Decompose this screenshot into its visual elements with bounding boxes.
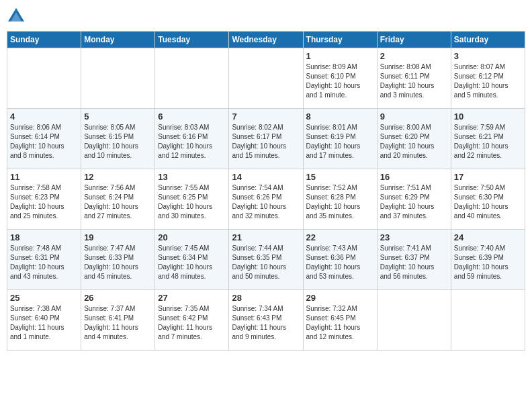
day-number: 5 [84,111,152,122]
calendar-cell-w4-d2: 27Sunrise: 7:35 AM Sunset: 6:42 PM Dayli… [155,290,229,351]
day-number: 25 [10,293,78,303]
day-number: 15 [306,172,374,182]
calendar-cell-w4-d0: 25Sunrise: 7:38 AM Sunset: 6:40 PM Dayli… [7,290,81,351]
calendar-cell-w1-d4: 8Sunrise: 8:01 AM Sunset: 6:19 PM Daylig… [303,109,377,169]
day-info: Sunrise: 7:55 AM Sunset: 6:25 PM Dayligh… [158,183,226,221]
day-info: Sunrise: 8:01 AM Sunset: 6:19 PM Dayligh… [306,123,374,161]
logo-icon [7,7,26,26]
calendar-cell-w3-d6: 24Sunrise: 7:40 AM Sunset: 6:39 PM Dayli… [451,230,525,290]
calendar-cell-w2-d2: 13Sunrise: 7:55 AM Sunset: 6:25 PM Dayli… [155,169,229,230]
calendar-table: SundayMondayTuesdayWednesdayThursdayFrid… [7,31,525,351]
day-number: 20 [158,232,226,242]
day-info: Sunrise: 7:52 AM Sunset: 6:28 PM Dayligh… [306,183,374,221]
calendar-cell-w1-d2: 6Sunrise: 8:03 AM Sunset: 6:16 PM Daylig… [155,109,229,169]
calendar-cell-w0-d4: 1Sunrise: 8:09 AM Sunset: 6:10 PM Daylig… [303,48,377,109]
day-number: 4 [10,111,78,122]
weekday-header-sunday: Sunday [7,32,81,48]
day-number: 29 [306,293,374,303]
day-info: Sunrise: 7:56 AM Sunset: 6:24 PM Dayligh… [84,183,152,221]
day-info: Sunrise: 8:06 AM Sunset: 6:14 PM Dayligh… [10,123,78,161]
calendar-cell-w1-d1: 5Sunrise: 8:05 AM Sunset: 6:15 PM Daylig… [81,109,155,169]
day-number: 14 [232,172,300,182]
calendar-cell-w0-d0 [7,48,81,109]
calendar-cell-w0-d6: 3Sunrise: 8:07 AM Sunset: 6:12 PM Daylig… [451,48,525,109]
day-info: Sunrise: 7:54 AM Sunset: 6:26 PM Dayligh… [232,183,300,221]
day-info: Sunrise: 7:38 AM Sunset: 6:40 PM Dayligh… [10,304,78,342]
day-number: 2 [380,51,448,61]
day-number: 21 [232,232,300,242]
day-number: 18 [10,232,78,242]
day-number: 24 [454,232,522,242]
day-number: 9 [380,111,448,122]
day-number: 27 [158,293,226,303]
day-number: 22 [306,232,374,242]
calendar-cell-w3-d2: 20Sunrise: 7:45 AM Sunset: 6:34 PM Dayli… [155,230,229,290]
day-number: 10 [454,111,522,122]
calendar-cell-w4-d5 [377,290,451,351]
calendar-cell-w2-d4: 15Sunrise: 7:52 AM Sunset: 6:28 PM Dayli… [303,169,377,230]
day-number: 26 [84,293,152,303]
calendar-cell-w3-d4: 22Sunrise: 7:43 AM Sunset: 6:36 PM Dayli… [303,230,377,290]
day-info: Sunrise: 8:05 AM Sunset: 6:15 PM Dayligh… [84,123,152,161]
calendar-cell-w4-d1: 26Sunrise: 7:37 AM Sunset: 6:41 PM Dayli… [81,290,155,351]
day-info: Sunrise: 7:50 AM Sunset: 6:30 PM Dayligh… [454,183,522,221]
day-info: Sunrise: 7:34 AM Sunset: 6:43 PM Dayligh… [232,304,300,342]
day-info: Sunrise: 7:51 AM Sunset: 6:29 PM Dayligh… [380,183,448,221]
day-info: Sunrise: 7:47 AM Sunset: 6:33 PM Dayligh… [84,244,152,281]
weekday-header-monday: Monday [81,32,155,48]
day-info: Sunrise: 8:07 AM Sunset: 6:12 PM Dayligh… [454,62,522,100]
weekday-header-saturday: Saturday [451,32,525,48]
day-number: 23 [380,232,448,242]
calendar-cell-w3-d3: 21Sunrise: 7:44 AM Sunset: 6:35 PM Dayli… [229,230,303,290]
calendar-cell-w0-d1 [81,48,155,109]
day-info: Sunrise: 8:02 AM Sunset: 6:17 PM Dayligh… [232,123,300,161]
calendar-cell-w0-d5: 2Sunrise: 8:08 AM Sunset: 6:11 PM Daylig… [377,48,451,109]
logo [7,7,27,26]
day-info: Sunrise: 7:40 AM Sunset: 6:39 PM Dayligh… [454,244,522,281]
day-info: Sunrise: 7:41 AM Sunset: 6:37 PM Dayligh… [380,244,448,281]
day-number: 1 [306,51,374,61]
day-info: Sunrise: 7:43 AM Sunset: 6:36 PM Dayligh… [306,244,374,281]
weekday-header-friday: Friday [377,32,451,48]
day-info: Sunrise: 7:37 AM Sunset: 6:41 PM Dayligh… [84,304,152,342]
day-info: Sunrise: 8:09 AM Sunset: 6:10 PM Dayligh… [306,62,374,100]
day-info: Sunrise: 7:48 AM Sunset: 6:31 PM Dayligh… [10,244,78,281]
day-info: Sunrise: 7:58 AM Sunset: 6:23 PM Dayligh… [10,183,78,221]
day-number: 6 [158,111,226,122]
calendar-cell-w2-d3: 14Sunrise: 7:54 AM Sunset: 6:26 PM Dayli… [229,169,303,230]
day-number: 8 [306,111,374,122]
weekday-header-tuesday: Tuesday [155,32,229,48]
day-info: Sunrise: 8:03 AM Sunset: 6:16 PM Dayligh… [158,123,226,161]
day-number: 11 [10,172,78,182]
day-number: 16 [380,172,448,182]
day-info: Sunrise: 8:08 AM Sunset: 6:11 PM Dayligh… [380,62,448,100]
day-number: 28 [232,293,300,303]
calendar-cell-w1-d5: 9Sunrise: 8:00 AM Sunset: 6:20 PM Daylig… [377,109,451,169]
calendar-cell-w1-d0: 4Sunrise: 8:06 AM Sunset: 6:14 PM Daylig… [7,109,81,169]
day-info: Sunrise: 7:45 AM Sunset: 6:34 PM Dayligh… [158,244,226,281]
calendar-cell-w2-d1: 12Sunrise: 7:56 AM Sunset: 6:24 PM Dayli… [81,169,155,230]
calendar-cell-w3-d5: 23Sunrise: 7:41 AM Sunset: 6:37 PM Dayli… [377,230,451,290]
calendar-cell-w1-d3: 7Sunrise: 8:02 AM Sunset: 6:17 PM Daylig… [229,109,303,169]
day-number: 17 [454,172,522,182]
calendar-cell-w4-d4: 29Sunrise: 7:32 AM Sunset: 6:45 PM Dayli… [303,290,377,351]
day-info: Sunrise: 7:59 AM Sunset: 6:21 PM Dayligh… [454,123,522,161]
day-info: Sunrise: 7:32 AM Sunset: 6:45 PM Dayligh… [306,304,374,342]
calendar-cell-w3-d1: 19Sunrise: 7:47 AM Sunset: 6:33 PM Dayli… [81,230,155,290]
calendar-cell-w0-d3 [229,48,303,109]
day-info: Sunrise: 7:44 AM Sunset: 6:35 PM Dayligh… [232,244,300,281]
weekday-header-thursday: Thursday [303,32,377,48]
day-number: 3 [454,51,522,61]
day-number: 7 [232,111,300,122]
calendar-cell-w3-d0: 18Sunrise: 7:48 AM Sunset: 6:31 PM Dayli… [7,230,81,290]
calendar-cell-w0-d2 [155,48,229,109]
weekday-header-wednesday: Wednesday [229,32,303,48]
calendar-cell-w2-d6: 17Sunrise: 7:50 AM Sunset: 6:30 PM Dayli… [451,169,525,230]
calendar-cell-w4-d6 [451,290,525,351]
day-number: 12 [84,172,152,182]
day-number: 13 [158,172,226,182]
calendar-cell-w1-d6: 10Sunrise: 7:59 AM Sunset: 6:21 PM Dayli… [451,109,525,169]
page-header [7,7,525,26]
day-info: Sunrise: 8:00 AM Sunset: 6:20 PM Dayligh… [380,123,448,161]
calendar-cell-w2-d5: 16Sunrise: 7:51 AM Sunset: 6:29 PM Dayli… [377,169,451,230]
